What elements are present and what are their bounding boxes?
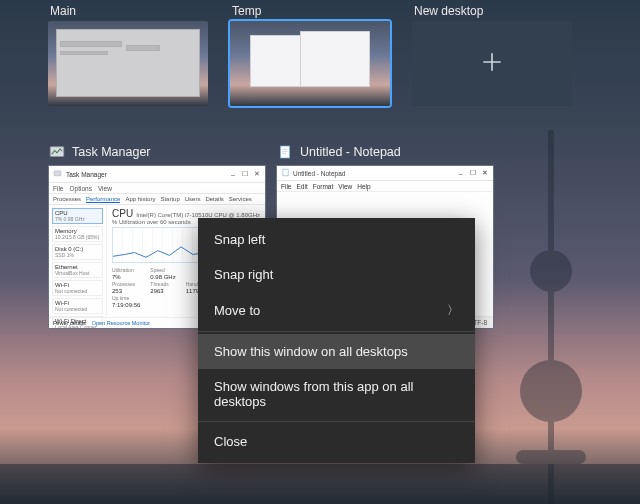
stat-utilization: 7% <box>112 274 140 280</box>
minimize-icon: – <box>456 170 465 177</box>
ctx-label: Snap right <box>214 267 273 282</box>
window-title: Task Manager <box>72 145 151 159</box>
close-icon: ✕ <box>253 170 261 178</box>
menu-item: File <box>281 183 291 190</box>
window-title: Untitled - Notepad <box>300 145 401 159</box>
background-skyline <box>0 464 640 504</box>
fewer-details: Fewer details <box>53 320 86 326</box>
chevron-right-icon: 〉 <box>447 302 459 319</box>
background-tower <box>490 130 610 504</box>
ctx-separator <box>198 421 475 422</box>
ctx-label: Snap left <box>214 232 265 247</box>
tab: Details <box>205 196 223 202</box>
stat-processes: 253 <box>112 288 140 294</box>
ctx-move-to[interactable]: Move to 〉 <box>198 292 475 329</box>
tab: Processes <box>53 196 81 202</box>
menu-item: Edit <box>296 183 307 190</box>
caption-text: Untitled - Notepad <box>293 170 345 177</box>
minimize-icon: – <box>229 171 237 178</box>
desktop-main[interactable]: Main <box>48 4 208 106</box>
maximize-icon: ☐ <box>468 169 477 177</box>
window-header: Untitled - Notepad <box>276 143 494 161</box>
virtual-desktops-strip: Main Temp New desktop <box>48 4 572 106</box>
stat-threads: 2963 <box>150 288 175 294</box>
svg-rect-8 <box>283 169 288 176</box>
open-resource-monitor-link: Open Resource Monitor <box>92 320 150 326</box>
desktop-thumbnail[interactable] <box>48 21 208 106</box>
new-desktop-button[interactable] <box>412 21 572 106</box>
menu-item: Help <box>357 183 370 190</box>
ctx-label: Show this window on all desktops <box>214 344 408 359</box>
tab: Services <box>229 196 252 202</box>
tab: Performance <box>86 196 120 203</box>
ctx-snap-left[interactable]: Snap left <box>198 222 475 257</box>
ctx-close[interactable]: Close <box>198 424 475 459</box>
caption-text: Task Manager <box>66 171 107 178</box>
ctx-show-app-all-desktops[interactable]: Show windows from this app on all deskto… <box>198 369 475 419</box>
svg-rect-2 <box>50 147 64 157</box>
notepad-icon <box>281 168 290 178</box>
perf-sidebar: CPU7% 0.98 GHz Memory10.2/15.8 GB (65%) … <box>49 205 107 317</box>
maximize-icon: ☐ <box>241 170 249 178</box>
ctx-label: Close <box>214 434 247 449</box>
tab: Startup <box>160 196 179 202</box>
desktop-temp[interactable]: Temp <box>230 4 390 106</box>
ctx-label: Move to <box>214 303 260 318</box>
window-context-menu: Snap left Snap right Move to 〉 Show this… <box>198 218 475 463</box>
desktop-thumbnail[interactable] <box>230 21 390 106</box>
cpu-heading: CPU <box>112 208 133 219</box>
tab: App history <box>125 196 155 202</box>
taskmanager-icon <box>53 169 62 179</box>
desktop-label: Temp <box>230 4 390 18</box>
desktop-new[interactable]: New desktop <box>412 4 572 106</box>
menu-item: View <box>98 185 112 192</box>
ctx-label: Show windows from this app on all deskto… <box>214 379 459 409</box>
tab: Users <box>185 196 201 202</box>
notepad-icon <box>276 143 294 161</box>
ctx-snap-right[interactable]: Snap right <box>198 257 475 292</box>
desktop-label: Main <box>48 4 208 18</box>
menu-item: File <box>53 185 63 192</box>
menu-item: View <box>338 183 352 190</box>
stat-uptime: 7:19:09:56 <box>112 302 140 308</box>
taskmanager-icon <box>48 143 66 161</box>
stat-speed: 0.98 GHz <box>150 274 175 280</box>
svg-rect-4 <box>280 146 289 158</box>
menu-item: Options <box>69 185 91 192</box>
plus-icon <box>479 49 505 79</box>
close-icon: ✕ <box>480 169 489 177</box>
menu-item: Format <box>313 183 334 190</box>
ctx-show-window-all-desktops[interactable]: Show this window on all desktops <box>198 334 475 369</box>
ctx-separator <box>198 331 475 332</box>
window-header: Task Manager <box>48 143 266 161</box>
svg-rect-3 <box>54 171 61 176</box>
desktop-label: New desktop <box>412 4 572 18</box>
